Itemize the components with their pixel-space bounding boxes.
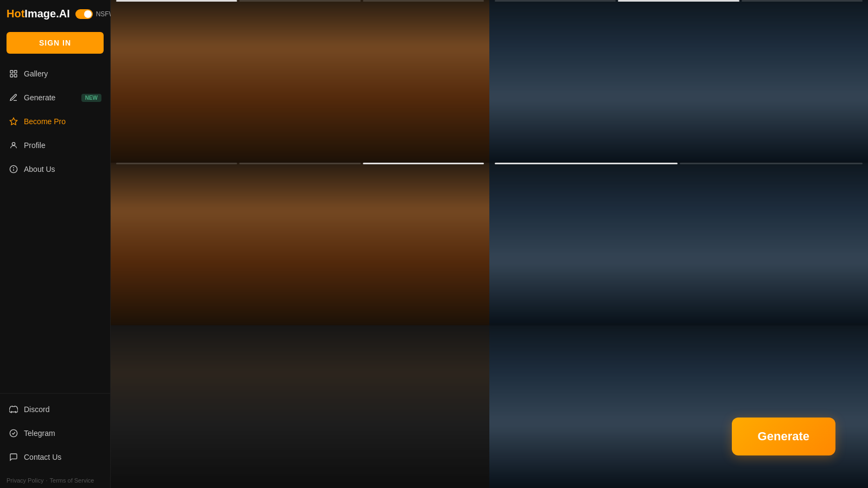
sidebar-item-discord-label: Discord — [24, 405, 49, 414]
sidebar-item-become-pro[interactable]: Become Pro — [3, 110, 107, 133]
sidebar-item-gallery-label: Gallery — [24, 69, 48, 78]
discord-icon — [9, 404, 18, 414]
scroll-bar — [239, 163, 360, 164]
svg-rect-3 — [14, 74, 17, 77]
telegram-icon — [9, 428, 18, 438]
logo-image: Image.AI — [24, 8, 69, 20]
scroll-bar — [239, 0, 360, 2]
sidebar-item-contact-us-label: Contact Us — [24, 453, 61, 461]
svg-rect-2 — [10, 74, 13, 77]
diamond-icon — [9, 117, 18, 126]
image-placeholder-6 — [489, 325, 868, 488]
scroll-bar — [116, 0, 237, 2]
sidebar-footer: Privacy Policy · Terms of Service — [0, 473, 110, 488]
image-placeholder-4 — [489, 163, 868, 325]
sign-in-button[interactable]: SIGN IN — [7, 32, 104, 54]
image-cell-5[interactable] — [111, 325, 489, 488]
sidebar-item-about-us[interactable]: About Us — [3, 158, 107, 181]
sidebar-item-contact-us[interactable]: Contact Us — [3, 446, 107, 468]
image-placeholder-3 — [111, 163, 489, 325]
image-cell-2[interactable] — [489, 0, 868, 163]
sidebar-item-profile[interactable]: Profile — [3, 134, 107, 157]
image-cell-4[interactable] — [489, 163, 868, 325]
scroll-bar — [363, 163, 484, 164]
sidebar-item-generate[interactable]: Generate NEW — [3, 86, 107, 109]
svg-point-8 — [10, 429, 17, 436]
gallery-icon — [9, 69, 18, 79]
sidebar-item-gallery[interactable]: Gallery — [3, 62, 107, 85]
scroll-bar — [680, 163, 863, 164]
sidebar: HotImage.AI NSFW SIGN IN Gallery — [0, 0, 111, 488]
contact-icon — [9, 452, 18, 462]
nsfw-toggle-area[interactable]: NSFW — [75, 9, 115, 19]
sidebar-item-telegram[interactable]: Telegram — [3, 422, 107, 445]
sidebar-item-about-us-label: About Us — [24, 165, 55, 174]
nsfw-toggle[interactable] — [75, 9, 93, 19]
footer-separator: · — [46, 477, 47, 484]
scroll-bars-4 — [489, 163, 868, 165]
scroll-bar — [742, 0, 863, 2]
logo: HotImage.AI — [7, 8, 70, 20]
main-content — [111, 0, 868, 488]
svg-rect-1 — [14, 70, 17, 73]
image-cell-1[interactable] — [111, 0, 489, 163]
image-cell-6[interactable] — [489, 325, 868, 488]
scroll-bar — [495, 0, 616, 2]
scroll-bar — [363, 0, 484, 2]
image-cell-3[interactable] — [111, 163, 489, 325]
sidebar-item-discord[interactable]: Discord — [3, 398, 107, 421]
svg-point-4 — [12, 143, 15, 145]
image-placeholder-1 — [111, 0, 489, 163]
scroll-bars-2 — [489, 0, 868, 2]
scroll-bars-1 — [111, 0, 489, 2]
sidebar-item-generate-label: Generate — [24, 93, 55, 102]
scroll-bar — [116, 163, 237, 164]
scroll-bars-3 — [111, 163, 489, 165]
profile-icon — [9, 140, 18, 150]
scroll-bar — [495, 163, 678, 164]
generate-badge: NEW — [81, 94, 101, 102]
sidebar-header: HotImage.AI NSFW — [0, 0, 110, 28]
image-placeholder-2 — [489, 0, 868, 163]
generate-icon — [9, 93, 18, 102]
privacy-policy-link[interactable]: Privacy Policy — [7, 477, 43, 484]
terms-of-service-link[interactable]: Terms of Service — [50, 477, 94, 484]
sidebar-item-telegram-label: Telegram — [24, 429, 55, 438]
sidebar-bottom: Discord Telegram Contact Us — [0, 393, 110, 473]
svg-rect-0 — [10, 70, 13, 73]
generate-button-container: Generate — [732, 418, 835, 455]
nav-section: Gallery Generate NEW Become Pro — [0, 62, 110, 393]
scroll-bar — [618, 0, 739, 2]
nsfw-toggle-thumb — [84, 10, 92, 18]
sidebar-item-profile-label: Profile — [24, 141, 46, 150]
generate-button[interactable]: Generate — [732, 418, 835, 455]
sidebar-item-become-pro-label: Become Pro — [24, 117, 66, 126]
image-placeholder-5 — [111, 325, 489, 488]
logo-hot: Hot — [7, 8, 24, 20]
info-icon — [9, 164, 18, 174]
